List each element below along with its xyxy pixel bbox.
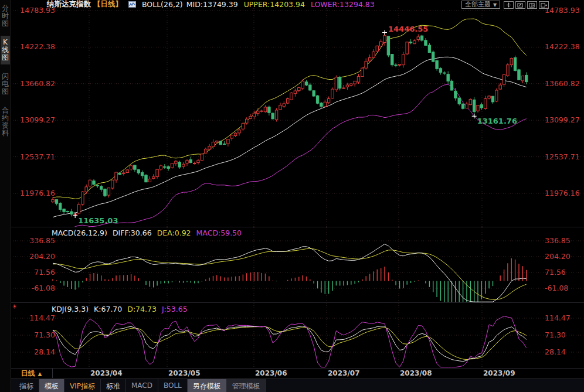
- candle[interactable]: [186, 159, 188, 166]
- candle[interactable]: [141, 171, 143, 179]
- candle[interactable]: [178, 161, 181, 169]
- candle[interactable]: [271, 113, 274, 120]
- indicator-chart-icon[interactable]: [128, 1, 136, 8]
- candle[interactable]: [335, 76, 337, 92]
- candle[interactable]: [55, 200, 57, 206]
- candle[interactable]: [275, 108, 277, 122]
- main-candlestick-chart[interactable]: 14446.5511635.0313161.76: [0, 0, 584, 227]
- candle[interactable]: [89, 179, 91, 189]
- candle[interactable]: [402, 52, 405, 68]
- candle[interactable]: [171, 163, 173, 169]
- pane-restore-icon[interactable]: [515, 1, 525, 9]
- candle[interactable]: [59, 202, 62, 212]
- candle[interactable]: [495, 88, 498, 103]
- candle[interactable]: [118, 172, 121, 175]
- candle[interactable]: [339, 76, 341, 91]
- toolbar-item-5[interactable]: BOLL: [158, 379, 188, 392]
- candle[interactable]: [242, 122, 244, 131]
- candle[interactable]: [175, 160, 177, 166]
- candle[interactable]: [461, 103, 464, 110]
- candle[interactable]: [115, 172, 117, 183]
- candle[interactable]: [372, 49, 375, 59]
- candle[interactable]: [409, 39, 412, 45]
- candle[interactable]: [134, 165, 136, 172]
- candle[interactable]: [193, 162, 196, 165]
- toolbar-item-3[interactable]: 标准: [101, 379, 126, 392]
- candle[interactable]: [82, 191, 84, 206]
- candle[interactable]: [167, 166, 169, 171]
- candle[interactable]: [477, 105, 479, 113]
- candle[interactable]: [279, 103, 281, 110]
- candle[interactable]: [406, 42, 408, 55]
- candle[interactable]: [246, 117, 248, 124]
- candle[interactable]: [301, 80, 304, 90]
- candle[interactable]: [249, 114, 252, 120]
- candle[interactable]: [63, 209, 65, 214]
- candle[interactable]: [331, 87, 334, 98]
- candle[interactable]: [201, 154, 203, 161]
- candle[interactable]: [305, 80, 307, 86]
- candle[interactable]: [123, 171, 125, 176]
- candle[interactable]: [253, 111, 255, 120]
- candle[interactable]: [428, 43, 430, 53]
- candle[interactable]: [148, 176, 151, 182]
- panel-divider[interactable]: [0, 302, 584, 303]
- candle[interactable]: [380, 39, 382, 46]
- theme-dropdown-button[interactable]: 全部主题▼: [461, 1, 500, 9]
- candle[interactable]: [443, 71, 446, 75]
- candle[interactable]: [521, 76, 524, 83]
- candle[interactable]: [518, 69, 520, 80]
- candle[interactable]: [514, 56, 516, 71]
- candle[interactable]: [145, 174, 147, 182]
- candle[interactable]: [264, 105, 266, 113]
- candle[interactable]: [361, 67, 364, 77]
- toolbar-item-2[interactable]: VIP指标: [64, 379, 101, 392]
- candle[interactable]: [324, 100, 326, 107]
- candle[interactable]: [447, 71, 449, 84]
- candle[interactable]: [313, 90, 315, 97]
- candle[interactable]: [137, 169, 140, 175]
- sidebar-tab-3[interactable]: 合约资料: [1, 104, 10, 140]
- candle[interactable]: [425, 38, 427, 46]
- candle[interactable]: [70, 209, 73, 217]
- candle[interactable]: [525, 72, 528, 84]
- candle[interactable]: [510, 57, 512, 67]
- candle[interactable]: [432, 50, 434, 62]
- candle[interactable]: [327, 97, 330, 104]
- candle[interactable]: [320, 102, 322, 108]
- candle[interactable]: [164, 164, 166, 169]
- candle[interactable]: [480, 103, 483, 110]
- candle[interactable]: [298, 87, 300, 92]
- candle[interactable]: [100, 185, 103, 192]
- candle[interactable]: [488, 96, 490, 100]
- candle[interactable]: [350, 83, 352, 87]
- candle[interactable]: [287, 98, 289, 104]
- candle[interactable]: [398, 64, 400, 66]
- candle[interactable]: [182, 162, 184, 169]
- candle[interactable]: [283, 101, 285, 108]
- candle[interactable]: [205, 148, 207, 154]
- candle[interactable]: [491, 96, 494, 104]
- candle[interactable]: [238, 128, 240, 136]
- candle[interactable]: [420, 35, 423, 42]
- pane-expand-icon[interactable]: [539, 1, 549, 9]
- candle[interactable]: [391, 54, 393, 66]
- panel-divider[interactable]: [0, 227, 584, 227]
- candle[interactable]: [469, 98, 471, 105]
- candle[interactable]: [85, 185, 87, 194]
- candle[interactable]: [294, 88, 296, 97]
- candle[interactable]: [368, 54, 371, 62]
- candles-layer[interactable]: [52, 33, 528, 217]
- candle[interactable]: [502, 74, 505, 87]
- candle[interactable]: [439, 67, 442, 75]
- toolbar-item-7[interactable]: 管理模板: [227, 379, 266, 392]
- candle[interactable]: [197, 159, 199, 165]
- candle[interactable]: [450, 80, 453, 91]
- candle[interactable]: [357, 74, 359, 84]
- candle[interactable]: [458, 98, 460, 105]
- candle[interactable]: [395, 63, 397, 67]
- candle[interactable]: [466, 102, 468, 108]
- pan-icon[interactable]: [504, 1, 514, 9]
- candle[interactable]: [417, 35, 419, 42]
- candle[interactable]: [454, 88, 457, 101]
